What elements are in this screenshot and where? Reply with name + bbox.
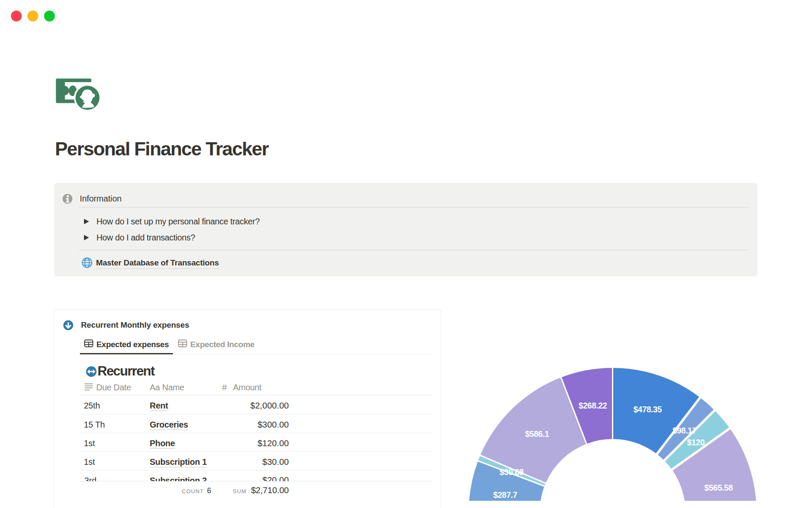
svg-text:$478.35: $478.35 (634, 405, 662, 414)
svg-text:$98.17: $98.17 (672, 426, 697, 435)
svg-text:$287.7: $287.7 (493, 490, 517, 500)
svg-text:$30.68: $30.68 (499, 467, 524, 477)
svg-text:$565.58: $565.58 (705, 483, 733, 492)
svg-text:$268.22: $268.22 (579, 401, 607, 410)
svg-text:$120: $120 (687, 438, 705, 447)
svg-text:$586.1: $586.1 (525, 429, 549, 439)
